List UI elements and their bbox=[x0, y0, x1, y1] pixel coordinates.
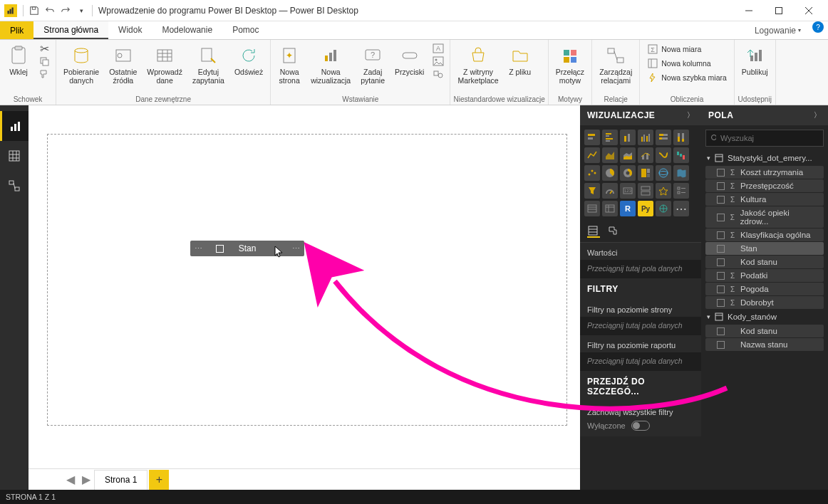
viz-matrix-icon[interactable] bbox=[602, 201, 618, 216]
viz-line-icon[interactable] bbox=[584, 147, 600, 163]
field-item[interactable]: ΣPrzestępczość bbox=[705, 179, 824, 192]
refresh-button[interactable]: Odśwież bbox=[230, 41, 267, 80]
help-icon[interactable]: ? bbox=[812, 21, 824, 33]
viz-kpi-icon[interactable] bbox=[656, 183, 671, 199]
page-prev-button[interactable]: ◀ bbox=[63, 472, 78, 488]
viz-panel-header[interactable]: WIZUALIZACJE〉 bbox=[580, 105, 701, 125]
viz-filled-map-icon[interactable] bbox=[673, 165, 689, 181]
viz-r-icon[interactable]: R bbox=[620, 201, 636, 216]
quick-measure-button[interactable]: Nowa szybka miara bbox=[646, 71, 728, 84]
viz-treemap-icon[interactable] bbox=[638, 165, 653, 181]
viz-clustered-column-icon[interactable] bbox=[638, 130, 653, 145]
field-item[interactable]: ΣJakość opieki zdrow... bbox=[705, 206, 824, 228]
dropped-field-visual[interactable]: Stan ⋯ ⋯ bbox=[190, 241, 304, 256]
tab-file[interactable]: Plik bbox=[0, 21, 33, 39]
checkbox-icon[interactable] bbox=[717, 169, 725, 177]
viz-card-icon[interactable]: 123 bbox=[620, 183, 636, 199]
report-canvas[interactable]: Stan ⋯ ⋯ bbox=[47, 134, 567, 426]
textbox-icon[interactable]: A bbox=[433, 43, 444, 54]
new-visual-button[interactable]: Nowa wizualizacja bbox=[306, 41, 355, 88]
field-item[interactable]: Kod stanu bbox=[705, 256, 824, 268]
page-next-button[interactable]: ▶ bbox=[78, 472, 94, 488]
field-item[interactable]: Nazwa stanu bbox=[705, 338, 824, 351]
save-icon[interactable] bbox=[26, 3, 42, 19]
maximize-button[interactable] bbox=[764, 0, 794, 21]
viz-gauge-icon[interactable] bbox=[602, 183, 618, 199]
checkbox-icon[interactable] bbox=[717, 299, 725, 307]
viz-donut-icon[interactable] bbox=[620, 165, 636, 181]
field-item[interactable]: ΣKlasyfikacja ogólna bbox=[705, 229, 824, 241]
viz-waterfall-icon[interactable] bbox=[673, 147, 689, 163]
checkbox-icon[interactable] bbox=[717, 245, 725, 253]
viz-100-column-icon[interactable] bbox=[673, 130, 689, 145]
qat-dropdown-icon[interactable]: ▾ bbox=[73, 3, 89, 19]
field-item[interactable]: ΣDobrobyt bbox=[705, 296, 824, 309]
undo-icon[interactable] bbox=[42, 3, 58, 19]
buttons-button[interactable]: Przyciski bbox=[390, 41, 428, 80]
viz-stacked-area-icon[interactable] bbox=[620, 147, 636, 163]
from-file-button[interactable]: Z pliku bbox=[504, 41, 536, 80]
switch-theme-button[interactable]: Przełącz motyw bbox=[552, 41, 589, 88]
checkbox-icon[interactable] bbox=[717, 214, 725, 221]
page-tab-1[interactable]: Strona 1 bbox=[94, 470, 148, 490]
viz-area-icon[interactable] bbox=[602, 147, 618, 163]
tab-view[interactable]: Widok bbox=[108, 21, 152, 39]
viz-scatter-icon[interactable] bbox=[584, 165, 600, 181]
checkbox-icon[interactable] bbox=[717, 231, 725, 239]
tab-home[interactable]: Strona główna bbox=[33, 21, 108, 39]
viz-combo-icon[interactable] bbox=[638, 147, 653, 163]
shapes-icon[interactable] bbox=[433, 68, 444, 80]
login-link[interactable]: Logowanie▾ bbox=[747, 21, 808, 39]
viz-stacked-column-icon[interactable] bbox=[620, 130, 636, 145]
checkbox-icon[interactable] bbox=[717, 196, 725, 204]
add-page-button[interactable]: + bbox=[149, 470, 169, 490]
model-view-button[interactable] bbox=[0, 171, 29, 201]
table-kody-stanow[interactable]: ▾ Kody_stanów bbox=[701, 310, 828, 324]
values-drop-zone[interactable]: Przeciągnij tutaj pola danych bbox=[580, 260, 701, 278]
redo-icon[interactable] bbox=[58, 3, 73, 19]
copy-icon[interactable] bbox=[38, 56, 50, 67]
field-item[interactable]: ΣKultura bbox=[705, 193, 824, 206]
viz-100-bar-icon[interactable] bbox=[656, 130, 671, 145]
new-column-button[interactable]: Nowa kolumna bbox=[646, 57, 728, 70]
page-filters-drop[interactable]: Przeciągnij tutaj pola danych bbox=[580, 317, 701, 335]
new-measure-button[interactable]: ΣNowa miara bbox=[646, 43, 728, 56]
table-statystyki[interactable]: ▾ Statystyki_dot_emery... bbox=[701, 151, 828, 165]
tab-help[interactable]: Pomoc bbox=[222, 21, 269, 39]
field-item[interactable]: ΣKoszt utrzymania bbox=[705, 166, 824, 179]
checkbox-icon[interactable] bbox=[717, 285, 725, 293]
recent-sources-button[interactable]: Ostatnie źródła bbox=[105, 41, 141, 88]
new-page-button[interactable]: ✦Nowa strona bbox=[274, 41, 305, 88]
viz-slicer-icon[interactable] bbox=[673, 183, 689, 199]
viz-ribbon-icon[interactable] bbox=[656, 147, 671, 163]
marketplace-button[interactable]: Z witryny Marketplace bbox=[453, 41, 502, 88]
field-item[interactable]: Stan bbox=[705, 242, 824, 255]
report-view-button[interactable] bbox=[0, 111, 29, 141]
viz-clustered-bar-icon[interactable] bbox=[602, 130, 618, 145]
edit-queries-button[interactable]: Edytuj zapytania bbox=[188, 41, 229, 88]
format-painter-icon[interactable] bbox=[38, 68, 50, 80]
field-item[interactable]: ΣPodatki bbox=[705, 269, 824, 282]
viz-python-icon[interactable]: Py bbox=[638, 201, 653, 216]
viz-funnel-icon[interactable] bbox=[584, 183, 600, 199]
keep-filters-toggle[interactable] bbox=[631, 421, 650, 431]
viz-pie-icon[interactable] bbox=[602, 165, 618, 181]
fields-panel-header[interactable]: POLA〉 bbox=[701, 105, 828, 125]
fields-search-input[interactable] bbox=[720, 134, 819, 142]
tab-modeling[interactable]: Modelowanie bbox=[152, 21, 222, 39]
publish-button[interactable]: Publikuj bbox=[738, 41, 772, 80]
report-filters-drop[interactable]: Przeciągnij tutaj pola danych bbox=[580, 352, 701, 371]
viz-multi-card-icon[interactable] bbox=[638, 183, 653, 199]
close-button[interactable] bbox=[794, 0, 824, 21]
fields-search[interactable] bbox=[705, 130, 824, 147]
data-view-button[interactable] bbox=[0, 141, 29, 171]
checkbox-icon[interactable] bbox=[717, 272, 725, 280]
viz-arcgis-icon[interactable] bbox=[656, 201, 671, 216]
checkbox-icon[interactable] bbox=[717, 341, 725, 349]
viz-table-icon[interactable] bbox=[584, 201, 600, 216]
checkbox-icon[interactable] bbox=[717, 182, 725, 190]
field-item[interactable]: ΣPogoda bbox=[705, 283, 824, 295]
enter-data-button[interactable]: Wprowadź dane bbox=[143, 41, 187, 88]
get-data-button[interactable]: Pobieranie danych bbox=[59, 41, 103, 88]
format-tool-icon[interactable] bbox=[607, 225, 620, 238]
